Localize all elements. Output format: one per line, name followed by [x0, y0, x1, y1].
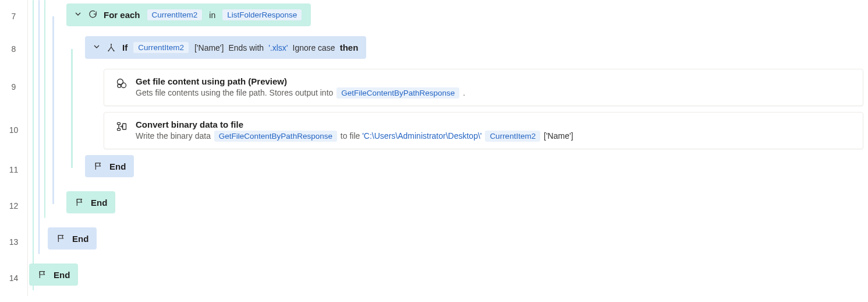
line-number: 9 — [0, 65, 27, 108]
action-description: Write the binary data GetFileContentByPa… — [136, 131, 853, 142]
variable-chip[interactable]: CurrentItem2 — [485, 131, 540, 142]
flag-icon — [93, 161, 104, 171]
foreach-keyword: For each — [104, 10, 140, 20]
branch-icon — [106, 43, 116, 53]
property-accessor: ['Name'] — [194, 43, 224, 52]
line-number: 8 — [0, 33, 27, 65]
flag-icon — [37, 269, 48, 280]
flag-label: Ignore case — [293, 43, 335, 52]
binary-to-file-icon — [114, 120, 130, 132]
variable-chip[interactable]: GetFileContentByPathResponse — [214, 131, 337, 142]
end-label: End — [54, 270, 70, 280]
then-keyword: then — [340, 43, 359, 52]
in-keyword: in — [209, 10, 215, 20]
line-number: 10 — [0, 108, 27, 152]
variable-chip[interactable]: ListFolderResponse — [222, 9, 302, 20]
svg-point-4 — [121, 83, 126, 87]
end-block[interactable]: End — [85, 155, 134, 177]
action-title: Get file content using path (Preview) — [136, 76, 853, 86]
line-number: 13 — [0, 224, 27, 260]
svg-point-0 — [111, 44, 112, 45]
end-block[interactable]: End — [66, 191, 115, 213]
end-block[interactable]: End — [29, 264, 78, 286]
flag-icon — [75, 197, 85, 208]
variable-chip[interactable]: GetFileContentByPathResponse — [336, 87, 459, 99]
line-number: 11 — [0, 152, 27, 188]
loop-icon — [87, 10, 98, 20]
if-keyword: If — [122, 43, 127, 52]
chevron-down-icon[interactable] — [93, 43, 100, 52]
if-block[interactable]: If CurrentItem2 ['Name'] Ends with '.xls… — [85, 36, 366, 59]
end-label: End — [109, 161, 126, 171]
end-label: End — [91, 198, 107, 208]
flow-canvas: For each CurrentItem2 in ListFolderRespo… — [48, 0, 868, 296]
variable-chip[interactable]: CurrentItem2 — [147, 9, 203, 20]
chevron-down-icon[interactable] — [75, 10, 82, 19]
sharepoint-icon — [114, 76, 130, 89]
path-literal: 'C:\Users\Administrator\Desktop\' — [362, 131, 481, 141]
line-number: 7 — [0, 0, 27, 33]
foreach-block[interactable]: For each CurrentItem2 in ListFolderRespo… — [66, 3, 311, 26]
action-get-file-content[interactable]: Get file content using path (Preview) Ge… — [104, 69, 863, 106]
svg-point-2 — [114, 50, 115, 51]
svg-rect-6 — [118, 122, 121, 124]
line-number-gutter: 7 8 9 10 11 12 13 14 — [0, 0, 28, 296]
operator-label: Ends with — [228, 43, 264, 52]
end-label: End — [72, 234, 88, 244]
svg-point-1 — [108, 50, 109, 51]
property-accessor: ['Name'] — [544, 131, 573, 141]
string-literal: '.xlsx' — [268, 43, 288, 52]
action-description: Gets file contents using the file path. … — [136, 87, 853, 99]
svg-rect-7 — [118, 128, 121, 130]
end-block[interactable]: End — [48, 227, 97, 250]
line-number: 12 — [0, 188, 27, 224]
variable-chip[interactable]: CurrentItem2 — [133, 42, 189, 53]
action-title: Convert binary data to file — [136, 120, 853, 129]
action-convert-binary[interactable]: Convert binary data to file Write the bi… — [104, 112, 863, 149]
flag-icon — [56, 233, 66, 244]
